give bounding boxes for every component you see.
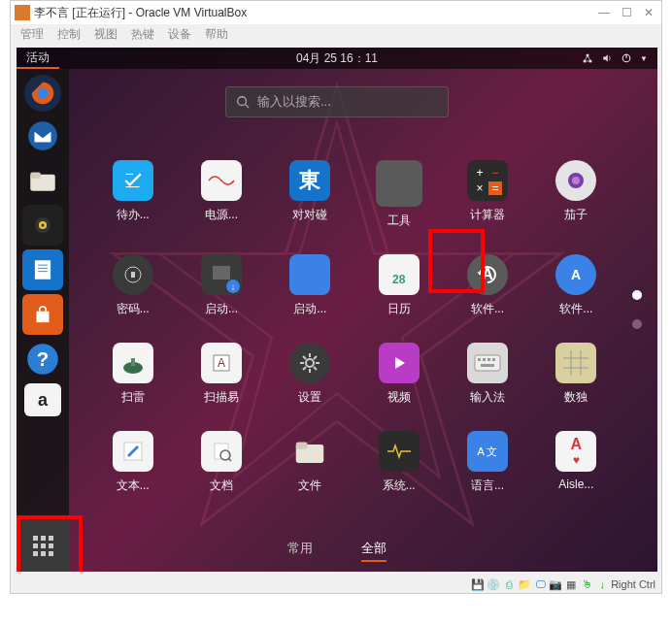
menu-manage[interactable]: 管理	[20, 26, 44, 43]
app-software-updater[interactable]: A软件...	[449, 254, 525, 317]
svg-rect-13	[35, 260, 50, 280]
app-passwords[interactable]: 密码...	[94, 254, 171, 317]
app-sudoku[interactable]: 数独	[538, 343, 615, 406]
status-cpu-icon[interactable]: ▦	[564, 577, 578, 591]
app-startup-apps[interactable]: 启动...	[272, 254, 349, 317]
app-input-method[interactable]: 输入法	[449, 343, 525, 406]
minimize-button[interactable]: —	[598, 6, 610, 19]
page-dot-1[interactable]	[632, 290, 642, 300]
window-title-bar[interactable]: 李不言 [正在运行] - Oracle VM VirtualBox — ☐ ✕	[11, 1, 661, 24]
app-videos[interactable]: 视频	[360, 343, 437, 406]
svg-line-41	[314, 367, 317, 370]
app-utilities[interactable]: 工具	[360, 160, 437, 229]
app-system-monitor[interactable]: 系统...	[360, 431, 437, 494]
dock-help[interactable]: ?	[22, 339, 63, 379]
app-cheese[interactable]: 茄子	[538, 160, 615, 229]
app-power[interactable]: 电源...	[183, 160, 259, 229]
svg-point-25	[572, 177, 580, 184]
status-display-icon[interactable]: 🖵	[533, 577, 547, 591]
search-icon	[236, 95, 250, 109]
clock[interactable]: 04月 25 16：11	[296, 50, 378, 67]
svg-rect-45	[478, 358, 481, 361]
menu-help[interactable]: 帮助	[205, 26, 228, 43]
menu-hotkeys[interactable]: 热键	[131, 26, 154, 43]
app-startup-disk[interactable]: ↓启动...	[183, 254, 259, 317]
guest-display[interactable]: 活动 04月 25 16：11 ▼	[17, 48, 657, 572]
svg-point-7	[28, 121, 57, 150]
maximize-button[interactable]: ☐	[622, 6, 632, 19]
svg-rect-32	[131, 358, 135, 366]
app-documents[interactable]: 文档	[183, 431, 259, 494]
svg-line-42	[303, 367, 306, 370]
host-key-label: Right Ctrl	[611, 578, 655, 590]
page-dot-2[interactable]	[632, 319, 642, 329]
svg-rect-49	[481, 364, 494, 367]
virtualbox-status-bar: 💾 💿 ⎙ 📁 🖵 📷 ▦ 🖰 ↓ Right Ctrl	[11, 576, 661, 593]
search-placeholder: 输入以搜索...	[257, 93, 331, 111]
svg-rect-46	[483, 358, 486, 361]
app-aisleriot[interactable]: A♥Aisle...	[538, 431, 615, 494]
tab-frequent[interactable]: 常用	[287, 540, 313, 562]
menu-devices[interactable]: 设备	[168, 26, 191, 43]
status-hd-icon[interactable]: 💾	[471, 577, 485, 591]
dock-software[interactable]	[22, 294, 63, 335]
svg-point-20	[238, 97, 247, 106]
app-files[interactable]: 文件	[272, 431, 349, 494]
dock-files[interactable]	[22, 160, 63, 201]
menu-view[interactable]: 视图	[94, 26, 118, 43]
show-apps-button[interactable]	[17, 519, 69, 572]
page-dots	[632, 290, 642, 329]
menu-bar: 管理 控制 视图 热键 设备 帮助	[11, 24, 661, 44]
svg-point-6	[37, 87, 48, 98]
app-software-center[interactable]: A软件...	[538, 254, 615, 317]
app-scan[interactable]: A扫描易	[183, 343, 259, 406]
app-calculator[interactable]: +−×=计算器	[449, 160, 525, 229]
svg-rect-27	[131, 272, 135, 278]
svg-rect-28	[213, 266, 230, 280]
svg-text:?: ?	[37, 348, 49, 370]
status-mouse-icon[interactable]: 🖰	[580, 577, 593, 591]
svg-rect-9	[30, 173, 41, 179]
app-settings[interactable]: 设置	[272, 343, 349, 406]
status-cd-icon[interactable]: 💿	[487, 577, 500, 591]
window-controls: — ☐ ✕	[598, 6, 654, 19]
search-field[interactable]: 输入以搜索...	[225, 86, 449, 117]
app-text-editor[interactable]: 文本...	[94, 431, 171, 494]
dock-rhythmbox[interactable]	[22, 205, 63, 246]
network-icon	[582, 52, 593, 64]
app-calendar[interactable]: 28日历	[360, 254, 437, 317]
app-mines[interactable]: 扫雷	[94, 343, 171, 406]
volume-icon	[601, 52, 613, 64]
svg-point-35	[306, 359, 314, 367]
menu-control[interactable]: 控制	[57, 26, 81, 43]
svg-line-21	[246, 105, 250, 109]
system-tray[interactable]: ▼	[582, 52, 657, 64]
virtualbox-icon	[15, 5, 30, 20]
status-recording-icon[interactable]: 📷	[549, 577, 562, 591]
dock-writer[interactable]	[22, 249, 63, 290]
svg-rect-59	[296, 443, 308, 449]
status-keyboard-icon[interactable]: ↓	[595, 577, 609, 591]
apps-grid-icon	[33, 536, 53, 556]
virtualbox-window: 李不言 [正在运行] - Oracle VM VirtualBox — ☐ ✕ …	[10, 0, 662, 594]
activities-button[interactable]: 活动	[17, 48, 59, 69]
dock-firefox[interactable]	[24, 75, 61, 112]
dropdown-caret-icon: ▼	[640, 54, 648, 63]
svg-line-40	[303, 356, 306, 359]
application-grid: 待办... 电源... 東对对碰 工具 +−×=计算器 茄子 密码... ↓启动…	[94, 160, 615, 494]
app-language[interactable]: A 文语言...	[449, 431, 525, 494]
app-mahjongg[interactable]: 東对对碰	[272, 160, 349, 229]
dock-thunderbird[interactable]	[22, 115, 63, 156]
power-icon	[621, 52, 632, 64]
close-button[interactable]: ✕	[644, 6, 654, 19]
window-title: 李不言 [正在运行] - Oracle VM VirtualBox	[34, 5, 247, 21]
ubuntu-dock: ? a	[17, 69, 69, 572]
status-shared-icon[interactable]: 📁	[518, 577, 531, 591]
gnome-top-panel: 活动 04月 25 16：11 ▼	[17, 48, 657, 69]
tab-all[interactable]: 全部	[361, 540, 386, 562]
svg-text:A: A	[571, 267, 581, 282]
app-todo[interactable]: 待办...	[94, 160, 171, 229]
dock-amazon[interactable]: a	[24, 383, 61, 416]
status-usb-icon[interactable]: ⎙	[502, 577, 516, 591]
svg-point-12	[41, 223, 44, 226]
